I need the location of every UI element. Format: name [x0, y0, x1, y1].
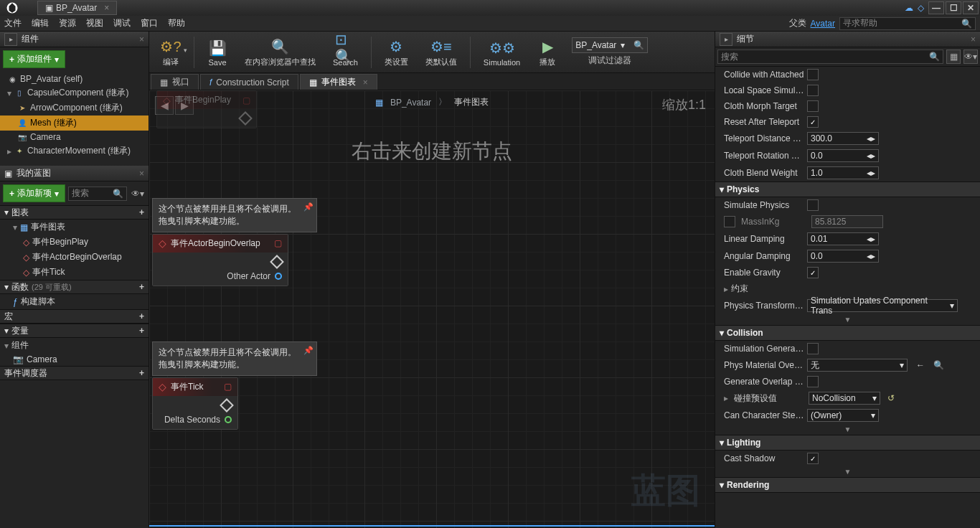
event-item[interactable]: ◇ 事件BeginPlay: [0, 235, 149, 250]
browse-icon[interactable]: 🔍: [933, 360, 944, 370]
play-button[interactable]: ▶ 播放: [530, 34, 565, 71]
construction-script-item[interactable]: ƒ 构建脚本: [0, 294, 149, 309]
checkbox[interactable]: [807, 100, 819, 112]
tree-row[interactable]: ➤ ArrowComponent (继承): [0, 100, 149, 116]
breadcrumb-root[interactable]: BP_Avatar: [390, 98, 431, 108]
tab-event-graph[interactable]: ▦ 事件图表 ×: [300, 74, 377, 90]
expand-advanced-icon[interactable]: ▼: [844, 425, 852, 433]
minimize-button[interactable]: —: [928, 1, 944, 14]
category-rendering[interactable]: ▾Rendering: [715, 477, 980, 493]
macros-section[interactable]: 宏 +: [0, 309, 149, 324]
property-matrix-button[interactable]: ▦: [946, 50, 961, 64]
add-new-button[interactable]: + 添加新项 ▾: [3, 184, 65, 202]
output-pin-delta[interactable]: Delta Seconds: [164, 415, 232, 425]
menu-asset[interactable]: 资源: [59, 17, 76, 29]
combobox[interactable]: Simulation Upates Component Trans▾: [807, 299, 958, 312]
checkbox[interactable]: [807, 85, 819, 96]
simulation-button[interactable]: ⚙⚙ Simulation: [476, 34, 527, 71]
add-function-icon[interactable]: +: [139, 282, 144, 292]
menu-help[interactable]: 帮助: [168, 17, 185, 29]
menu-debug[interactable]: 调试: [113, 17, 131, 29]
add-graph-icon[interactable]: +: [139, 207, 144, 217]
debug-object-combo[interactable]: BP_Avatar ▾ 🔍: [572, 37, 648, 53]
spinbox[interactable]: 0.01◂▸: [807, 232, 879, 245]
checkbox[interactable]: [724, 216, 735, 227]
exec-pin[interactable]: [220, 398, 234, 412]
expand-icon[interactable]: ▾: [7, 88, 11, 98]
checkbox-checked[interactable]: ✓: [807, 116, 819, 128]
expand-icon[interactable]: ▸: [7, 146, 11, 156]
tree-row[interactable]: 📷 Camera: [0, 131, 149, 143]
checkbox-checked[interactable]: ✓: [807, 267, 819, 278]
variable-item[interactable]: 📷 Camera: [0, 353, 149, 366]
panel-close-icon[interactable]: ×: [139, 169, 144, 179]
panel-close-icon[interactable]: ×: [139, 34, 144, 44]
event-item[interactable]: ◇ 事件Tick: [0, 265, 149, 280]
add-component-button[interactable]: + 添加组件 ▾: [3, 50, 65, 68]
combobox[interactable]: NoCollision▾: [809, 392, 880, 405]
event-item[interactable]: ◇ 事件ActorBeginOverlap: [0, 250, 149, 265]
reset-icon[interactable]: ↺: [887, 393, 895, 403]
myblueprint-search[interactable]: 搜索 🔍: [68, 187, 127, 201]
exec-pin[interactable]: [270, 255, 284, 269]
spinbox[interactable]: 0.0◂▸: [807, 149, 879, 162]
components-category[interactable]: ▾ 组件: [0, 338, 149, 353]
panel-close-icon[interactable]: ×: [971, 34, 976, 44]
checkbox[interactable]: [807, 343, 819, 354]
spinbox[interactable]: 0.0◂▸: [807, 250, 879, 263]
add-variable-icon[interactable]: +: [139, 326, 144, 336]
tree-row-selected[interactable]: 👤 Mesh (继承): [0, 116, 149, 131]
expand-advanced-icon[interactable]: ▼: [844, 468, 852, 476]
cloud-icon[interactable]: ☁: [905, 3, 913, 13]
event-node-overlap[interactable]: ◇ 事件ActorBeginOverlap ▢ Other Actor: [152, 234, 288, 286]
compile-button[interactable]: ⚙? ▾ 编译: [154, 34, 188, 71]
output-pin-other-actor[interactable]: Other Actor: [227, 271, 282, 281]
category-lighting[interactable]: ▾Lighting: [715, 435, 980, 451]
tab-close-icon[interactable]: ×: [363, 77, 368, 88]
class-settings-button[interactable]: ⚙ 类设置: [377, 34, 415, 71]
details-search-input[interactable]: 搜索 🔍: [717, 50, 943, 64]
back-arrow-icon[interactable]: ←: [916, 360, 925, 370]
help-search-input[interactable]: 寻求帮助 🔍: [839, 17, 976, 30]
category-collision[interactable]: ▾Collision: [715, 325, 980, 341]
tab-viewport[interactable]: ▦ 视口: [151, 74, 199, 90]
category-physics[interactable]: ▾Physics: [715, 182, 980, 197]
document-tab[interactable]: ▣ BP_Avatar ×: [37, 1, 117, 15]
panel-dropdown-icon[interactable]: ▸: [720, 33, 732, 46]
add-macro-icon[interactable]: +: [139, 311, 144, 321]
eye-icon[interactable]: 👁▾: [131, 189, 144, 199]
spinbox[interactable]: 1.0◂▸: [807, 166, 879, 179]
expand-icon[interactable]: ▸: [724, 393, 731, 403]
checkbox[interactable]: [807, 199, 819, 211]
dispatchers-section[interactable]: 事件调度器 +: [0, 366, 149, 380]
search-button[interactable]: ⊡🔍 Search: [326, 34, 365, 71]
maximize-button[interactable]: ☐: [946, 1, 961, 14]
event-node-tick[interactable]: ◇ 事件Tick ▢ Delta Seconds: [152, 377, 238, 430]
checkbox-checked[interactable]: ✓: [807, 453, 819, 464]
expand-advanced-icon[interactable]: ▼: [844, 316, 852, 324]
menu-view[interactable]: 视图: [86, 17, 103, 29]
checkbox[interactable]: [807, 69, 819, 80]
cube-icon[interactable]: ◇: [918, 3, 924, 13]
parent-class-link[interactable]: Avatar: [811, 19, 835, 29]
class-defaults-button[interactable]: ⚙≡ 类默认值: [418, 34, 464, 71]
event-graph-item[interactable]: ▾ ▦ 事件图表: [0, 220, 149, 235]
close-button[interactable]: ✕: [963, 1, 979, 14]
variables-section[interactable]: ▾ 变量 +: [0, 324, 149, 338]
tab-construction[interactable]: f Construction Script: [200, 74, 298, 90]
panel-dropdown-icon[interactable]: ▸: [4, 33, 17, 46]
checkbox[interactable]: [807, 376, 819, 387]
menu-edit[interactable]: 编辑: [32, 17, 49, 29]
tree-row[interactable]: ◉ BP_Avatar (self): [0, 72, 149, 85]
tree-row[interactable]: ▸ ✦ CharacterMovement (继承): [0, 143, 149, 159]
graphs-section[interactable]: ▾ 图表 +: [0, 205, 149, 220]
browse-button[interactable]: 🔍 在内容浏览器中查找: [237, 34, 323, 71]
save-button[interactable]: 💾 Save: [200, 34, 235, 71]
menu-file[interactable]: 文件: [4, 17, 22, 29]
functions-section[interactable]: ▾ 函数 (29 可重载) +: [0, 280, 149, 294]
graph-canvas[interactable]: ◀ ▶ ▦ BP_Avatar 〉 事件图表 缩放1:1 右击来创建新节点 蓝图…: [149, 90, 715, 528]
exec-pin[interactable]: [238, 111, 253, 126]
visibility-button[interactable]: 👁▾: [963, 50, 978, 64]
add-dispatcher-icon[interactable]: +: [139, 368, 144, 378]
combobox[interactable]: 无▾: [807, 359, 908, 372]
